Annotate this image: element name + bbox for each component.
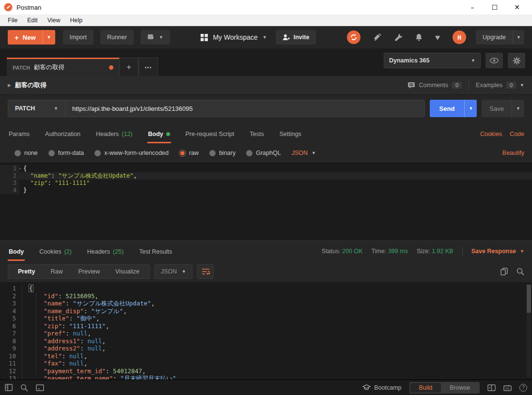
send-button[interactable]: Send [430, 100, 465, 117]
body-type-form-data[interactable]: form-data [48, 150, 84, 156]
code-line: 2 "id": 52136095, [0, 292, 532, 300]
comments-button[interactable]: Comments 0 [407, 82, 462, 89]
new-button[interactable]: +New ▼ [8, 30, 55, 45]
response-scrollbar[interactable] [527, 285, 531, 378]
sidebar-toggle-icon[interactable] [5, 384, 13, 391]
new-window-button[interactable]: ▼ [141, 30, 170, 45]
invite-person-icon [282, 34, 290, 41]
request-tab[interactable]: PATCH 顧客の取得 [7, 58, 119, 76]
workspace-switcher[interactable]: My Workspace ▼ [201, 33, 266, 41]
runner-button[interactable]: Runner [100, 30, 134, 45]
body-type-graphql[interactable]: GraphQL [246, 150, 281, 156]
tab-tests[interactable]: Tests [249, 131, 265, 143]
method-select[interactable]: PATCH▼ [8, 100, 65, 117]
save-response-button[interactable]: Save Response▼ [471, 248, 524, 255]
request-name[interactable]: 顧客の取得 [15, 81, 47, 90]
response-tab-body[interactable]: Body [8, 248, 25, 261]
tab-title: 顧客の取得 [34, 63, 105, 72]
code-line: 2 "name": "サンプル株式会社Update", [0, 172, 532, 180]
import-button[interactable]: Import [63, 30, 94, 45]
url-input[interactable]: https://api.the-board.jp/v1/clients/5213… [65, 100, 424, 117]
menu-file[interactable]: File [3, 15, 22, 25]
code-line: 10 "tel": null, [0, 352, 532, 360]
examples-count: 0 [506, 82, 516, 89]
response-time: Time: 399 ms [372, 248, 408, 255]
response-tab-headers[interactable]: Headers(25) [86, 248, 125, 261]
code-link[interactable]: Code [510, 131, 524, 137]
tab-authorization[interactable]: Authorization [44, 131, 81, 143]
menu-edit[interactable]: Edit [22, 15, 43, 25]
wrap-lines-button[interactable] [197, 264, 214, 279]
request-tabs: ParamsAuthorizationHeaders(12)BodyPre-re… [8, 131, 302, 143]
keyboard-shortcuts-icon[interactable] [503, 384, 512, 391]
response-body-viewer[interactable]: 1{2 "id": 52136095,3 "name": "サンプル株式会社Up… [0, 283, 532, 380]
tab-settings[interactable]: Settings [279, 131, 302, 143]
examples-button[interactable]: Examples 0 ▼ [476, 82, 524, 89]
radio-icon [15, 150, 21, 156]
tab-pre-request-script[interactable]: Pre-request Script [185, 131, 235, 143]
upgrade-button[interactable]: Upgrade ▼ [476, 30, 524, 45]
body-type-raw[interactable]: raw [179, 150, 199, 156]
satellite-icon[interactable] [373, 33, 382, 41]
view-visualize[interactable]: Visualize [108, 268, 147, 275]
send-dropdown-caret[interactable]: ▼ [464, 100, 477, 117]
minimize-button[interactable]: – [461, 0, 484, 15]
tab-params[interactable]: Params [8, 131, 31, 143]
open-new-tab-button[interactable]: + [119, 58, 139, 76]
save-button[interactable]: Save [482, 100, 512, 117]
view-raw[interactable]: Raw [43, 268, 70, 275]
code-line: 4} [0, 187, 532, 194]
code-line: 7 "pref": null, [0, 330, 532, 337]
avatar[interactable]: H [453, 30, 466, 44]
build-toggle[interactable]: Build [410, 383, 441, 393]
body-type-x-www-form-urlencoded[interactable]: x-www-form-urlencoded [94, 150, 169, 156]
menu-view[interactable]: View [43, 15, 65, 25]
indent-guide [36, 292, 36, 375]
status-bar: Bootcamp Build Browse ? [0, 380, 532, 395]
body-type-binary[interactable]: binary [209, 150, 235, 156]
view-preview[interactable]: Preview [70, 268, 107, 275]
body-language-select[interactable]: JSON▼ [292, 150, 316, 156]
bell-icon[interactable] [415, 33, 422, 41]
response-tab-cookies[interactable]: Cookies(2) [38, 248, 72, 261]
code-line: 4 "name_disp": "サンプル", [0, 307, 532, 315]
code-line: 11 "fax": null, [0, 360, 532, 367]
radio-icon [209, 150, 216, 156]
beautify-link[interactable]: Beautify [502, 150, 524, 156]
search-icon[interactable] [516, 268, 524, 275]
new-dropdown-caret[interactable]: ▼ [43, 30, 55, 45]
body-type-none[interactable]: none [15, 150, 38, 156]
environment-select[interactable]: Dynamics 365▼ [384, 53, 481, 68]
word-wrap-icon [202, 268, 210, 275]
heart-icon[interactable]: ♥ [435, 33, 440, 42]
wrench-icon[interactable] [394, 33, 403, 41]
find-replace-icon[interactable] [20, 384, 28, 392]
tab-body[interactable]: Body [147, 131, 171, 143]
view-pretty[interactable]: Pretty [10, 268, 43, 275]
environment-quicklook-button[interactable] [485, 53, 503, 68]
browse-toggle[interactable]: Browse [441, 383, 479, 393]
save-dropdown-caret[interactable]: ▼ [512, 100, 524, 117]
response-language-select[interactable]: JSON▼ [155, 264, 192, 279]
two-pane-icon[interactable] [487, 384, 496, 391]
bootcamp-button[interactable]: Bootcamp [362, 384, 401, 391]
upgrade-dropdown-caret[interactable]: ▼ [513, 30, 524, 45]
help-icon[interactable]: ? [519, 384, 527, 392]
request-body-editor[interactable]: 1▾{2 "name": "サンプル株式会社Update",3 "zip": "… [0, 163, 532, 241]
tab-method: PATCH [13, 65, 30, 71]
invite-button[interactable]: Invite [276, 30, 316, 45]
collapse-caret-icon[interactable]: ▶ [8, 83, 11, 88]
sync-button[interactable] [347, 30, 360, 44]
sync-icon [350, 33, 358, 41]
maximize-button[interactable]: ☐ [484, 0, 506, 15]
cookies-link[interactable]: Cookies [480, 131, 502, 137]
close-button[interactable]: ✕ [506, 0, 528, 15]
radio-icon [179, 150, 186, 156]
environment-settings-button[interactable] [508, 53, 525, 68]
response-tab-test-results[interactable]: Test Results [138, 248, 173, 261]
tab-headers[interactable]: Headers(12) [95, 131, 133, 143]
console-icon[interactable] [36, 384, 44, 391]
menu-help[interactable]: Help [65, 15, 88, 25]
tab-options-button[interactable]: ••• [139, 58, 158, 76]
copy-icon[interactable] [501, 268, 508, 275]
